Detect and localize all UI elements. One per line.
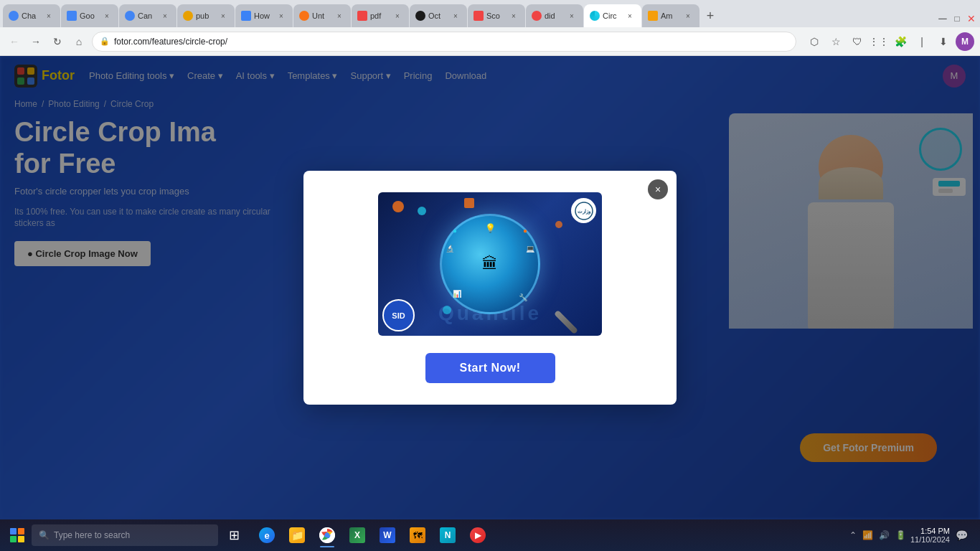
tab-5[interactable]: How ×	[235, 4, 293, 27]
tray-battery[interactable]: 🔋	[894, 529, 908, 542]
tab-10[interactable]: did ×	[526, 4, 583, 27]
taskbar-file-explorer[interactable]: 📁	[283, 522, 311, 549]
taskbar-chrome[interactable]	[313, 522, 341, 549]
tab-close-10[interactable]: ×	[566, 10, 578, 22]
taskbar: 🔍 Type here to search ⊞ e 📁	[0, 519, 980, 551]
tab-3[interactable]: Can ×	[119, 4, 176, 27]
watermark-sid: SID	[382, 299, 415, 331]
tab-4[interactable]: pub ×	[177, 4, 235, 27]
tab-close-6[interactable]: ×	[334, 10, 345, 22]
tray-network[interactable]: 📶	[861, 529, 875, 542]
tab-close-7[interactable]: ×	[392, 10, 403, 22]
url-text: fotor.com/features/circle-crop/	[114, 37, 788, 47]
back-button[interactable]: ←	[6, 33, 23, 50]
tab-close-4[interactable]: ×	[217, 10, 229, 22]
home-button[interactable]: ⌂	[70, 33, 88, 50]
taskbar-maps[interactable]: 🗺	[403, 522, 432, 549]
tab-close-5[interactable]: ×	[275, 10, 287, 22]
search-placeholder: Type here to search	[54, 530, 130, 540]
taskbar-apps: e 📁	[253, 522, 492, 549]
taskbar-app-7[interactable]: N	[433, 522, 462, 549]
separator: |	[913, 32, 931, 51]
tab-8[interactable]: Oct ×	[410, 4, 467, 27]
browser-menu-icon[interactable]: ⋮⋮	[870, 32, 888, 51]
modal-overlay[interactable]: × Quantile 💡 🔬 💻 📊 🔧	[0, 56, 980, 519]
tab-1[interactable]: Cha ×	[3, 4, 60, 27]
tray-volume[interactable]: 🔊	[877, 529, 891, 542]
modal-image: Quantile 💡 🔬 💻 📊 🔧 ● ● 🏛	[378, 192, 602, 336]
tab-close-11[interactable]: ×	[624, 10, 636, 22]
maximize-button[interactable]: □	[951, 13, 963, 24]
modal-dialog: × Quantile 💡 🔬 💻 📊 🔧	[303, 171, 677, 405]
bookmark-icon[interactable]: ☆	[826, 32, 845, 51]
cast-icon[interactable]: ⬡	[805, 32, 824, 51]
minimize-button[interactable]: ─	[937, 13, 948, 24]
clock-time: 1:54 PM	[910, 527, 950, 535]
clock-date: 11/10/2024	[910, 535, 950, 544]
notification-button[interactable]: 💬	[953, 527, 970, 544]
watermark-top: وزارت	[571, 198, 596, 223]
tab-bar: Cha × Goo × Can × pub × How × Unt ×	[0, 0, 980, 27]
taskbar-task-view[interactable]: ⊞	[220, 522, 248, 549]
tab-close-12[interactable]: ×	[682, 10, 694, 22]
taskbar-edge[interactable]: e	[253, 522, 281, 549]
profile-avatar[interactable]: M	[956, 32, 974, 51]
start-now-button[interactable]: Start Now!	[425, 353, 555, 383]
tab-12[interactable]: Am ×	[642, 4, 699, 27]
tab-6[interactable]: Unt ×	[293, 4, 351, 27]
tab-close-2[interactable]: ×	[101, 10, 113, 22]
tab-close-3[interactable]: ×	[159, 10, 171, 22]
tray-chevron[interactable]: ⌃	[848, 529, 858, 542]
modal-close-button[interactable]: ×	[648, 179, 668, 199]
reload-button[interactable]: ↻	[49, 33, 66, 50]
browser-window: Cha × Goo × Can × pub × How × Unt ×	[0, 0, 980, 551]
tab-close-9[interactable]: ×	[508, 10, 519, 22]
window-controls: ─ □ ✕	[937, 13, 977, 24]
address-input[interactable]: 🔒 fotor.com/features/circle-crop/	[92, 32, 796, 52]
shield-icon[interactable]: 🛡	[848, 32, 867, 51]
extensions-icon[interactable]: 🧩	[891, 32, 910, 51]
page-content: Fotor Photo Editing tools ▾ Create ▾ AI …	[0, 56, 980, 519]
svg-point-9	[325, 533, 330, 538]
taskbar-excel[interactable]: X	[343, 522, 372, 549]
tab-9[interactable]: Sco ×	[468, 4, 525, 27]
taskbar-word[interactable]: W	[373, 522, 402, 549]
tab-close-8[interactable]: ×	[450, 10, 461, 22]
download-icon[interactable]: ⬇	[934, 32, 953, 51]
close-window-button[interactable]: ✕	[966, 13, 977, 24]
start-button[interactable]	[4, 522, 30, 548]
taskbar-media-player[interactable]: ▶	[463, 522, 492, 549]
taskbar-search[interactable]: 🔍 Type here to search	[32, 524, 218, 546]
forward-button[interactable]: →	[27, 33, 44, 50]
lock-icon: 🔒	[100, 37, 110, 46]
search-icon: 🔍	[39, 530, 50, 540]
tab-7[interactable]: pdf ×	[352, 4, 409, 27]
modal-image-inner: Quantile 💡 🔬 💻 📊 🔧 ● ● 🏛	[378, 192, 602, 336]
tray-clock[interactable]: 1:54 PM 11/10/2024	[910, 527, 950, 544]
windows-logo	[10, 528, 24, 542]
new-tab-button[interactable]: +	[700, 6, 720, 26]
tab-11[interactable]: Circ ×	[584, 4, 641, 27]
taskbar-system-tray: ⌃ 📶 🔊 🔋 1:54 PM 11/10/2024 💬	[848, 527, 976, 544]
tab-close-1[interactable]: ×	[43, 10, 55, 22]
toolbar-icons: ⬡ ☆ 🛡 ⋮⋮ 🧩 | ⬇ M	[805, 32, 974, 51]
tab-2[interactable]: Goo ×	[61, 4, 118, 27]
svg-text:وزارت: وزارت	[578, 209, 591, 215]
address-bar: ← → ↻ ⌂ 🔒 fotor.com/features/circle-crop…	[0, 27, 980, 56]
globe-element: 💡 🔬 💻 📊 🔧 ● ● 🏛	[440, 214, 540, 314]
